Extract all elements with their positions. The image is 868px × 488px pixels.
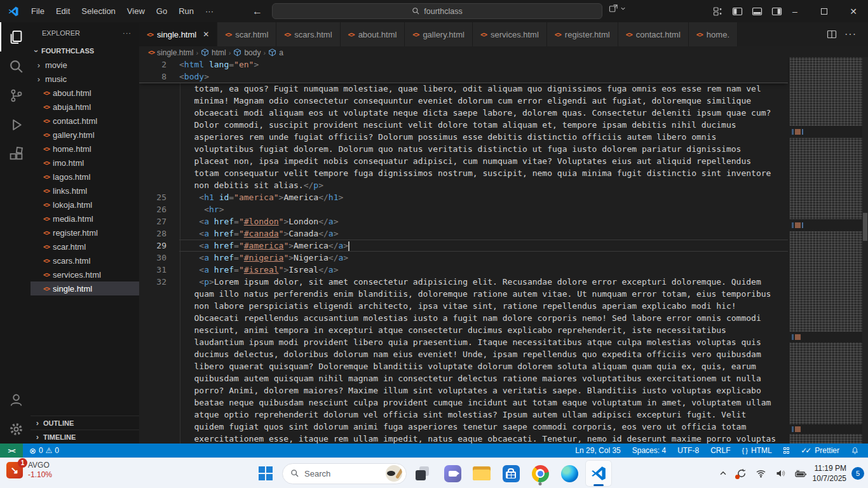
code-line[interactable]: obcaecati modi aliquam eos ut voluptate …: [139, 107, 788, 119]
file-item-services-html[interactable]: <>services.html: [31, 268, 139, 281]
code-line[interactable]: libero quaerat quisquam? Doloremque blan…: [139, 360, 788, 372]
code-area[interactable]: totam, ea quos? Fugit numquam molestiae,…: [139, 83, 788, 444]
file-item-about-html[interactable]: <>about.html: [31, 86, 139, 100]
menu-item-moremoremore[interactable]: ···: [200, 0, 219, 22]
file-item-contact-html[interactable]: <>contact.html: [31, 114, 139, 128]
breadcrumb-item-body[interactable]: body: [233, 48, 261, 57]
file-item-imo-html[interactable]: <>imo.html: [31, 156, 139, 170]
store-button[interactable]: [498, 461, 524, 486]
tab-register-html[interactable]: <>register.html: [547, 22, 618, 46]
sync-update-icon[interactable]: [736, 468, 747, 478]
code-line[interactable]: beatae neque quibusdam nesciunt culpa pr…: [139, 396, 788, 409]
menu-item-selection[interactable]: Selection: [76, 0, 121, 22]
activitybar-run-debug[interactable]: [0, 110, 31, 139]
code-line[interactable]: Obcaecati repellendus accusantium molest…: [139, 312, 788, 324]
toggle-panel-icon[interactable]: [752, 6, 763, 17]
code-line[interactable]: 26 <hr>: [139, 203, 788, 215]
code-line[interactable]: quidem fugiat quos sint dolorum animi fu…: [139, 421, 788, 433]
vscode-button[interactable]: [586, 461, 611, 486]
editor-scrollbar[interactable]: [862, 57, 868, 444]
close-tab-icon[interactable]: ✕: [203, 30, 209, 39]
folder-item-music[interactable]: ›music: [31, 72, 139, 86]
maximize-button[interactable]: [810, 0, 839, 22]
tray-chevron-up-icon[interactable]: [719, 469, 728, 478]
toggle-primary-sidebar-icon[interactable]: [732, 6, 743, 17]
code-line[interactable]: 29 <a href="#america">America</a>: [139, 240, 788, 252]
code-line[interactable]: 2<html lang="en">: [139, 58, 788, 71]
window-dropdown-icon[interactable]: [609, 4, 626, 13]
activitybar-explorer[interactable]: [0, 22, 31, 51]
activitybar-extensions[interactable]: [0, 139, 31, 168]
section-outline[interactable]: ›OUTLINE: [31, 416, 139, 430]
chrome-button[interactable]: [527, 461, 553, 486]
task-view-button[interactable]: [410, 461, 436, 486]
wifi-icon[interactable]: [756, 468, 766, 478]
menu-item-view[interactable]: View: [121, 0, 151, 22]
edge-button[interactable]: [557, 461, 582, 486]
code-line[interactable]: ducimus delectus, doloribus dolorum nam …: [139, 348, 788, 360]
status-language-mode[interactable]: { }HTML: [742, 446, 771, 455]
code-line[interactable]: exercitationem esse, itaque rem ullam im…: [139, 433, 788, 444]
status-notifications[interactable]: [851, 447, 859, 455]
file-explorer-button[interactable]: [469, 461, 494, 486]
code-line[interactable]: 25 <h1 id="america">America</h1>: [139, 191, 788, 203]
code-line[interactable]: laudantium ipsum modi provident libero q…: [139, 336, 788, 348]
code-line[interactable]: quibusdam autem quisquam nihil magnam in…: [139, 372, 788, 384]
remote-indicator[interactable]: ><: [0, 444, 23, 458]
code-line[interactable]: 8<body>: [139, 71, 788, 83]
file-item-links-html[interactable]: <>links.html: [31, 184, 139, 198]
status-indentation[interactable]: Spaces: 4: [632, 446, 666, 455]
code-line[interactable]: 28 <a href="#canada">Canada</a>: [139, 227, 788, 240]
taskbar-search[interactable]: Search: [282, 463, 407, 484]
folder-item-movie[interactable]: ›movie: [31, 58, 139, 72]
minimap[interactable]: [790, 57, 862, 444]
battery-icon[interactable]: [795, 468, 807, 478]
split-editor-icon[interactable]: [827, 29, 837, 39]
code-line[interactable]: porro? Animi, dolorem maiores? Maxime il…: [139, 384, 788, 396]
nav-back-icon[interactable]: ←: [252, 6, 262, 17]
file-item-scar-html[interactable]: <>scar.html: [31, 240, 139, 254]
activitybar-accounts[interactable]: [0, 385, 31, 414]
close-button[interactable]: ✕: [839, 0, 868, 22]
breadcrumb-item-single-html[interactable]: <>single.html: [148, 48, 193, 57]
chat-button[interactable]: [440, 461, 465, 486]
tab-home-[interactable]: <>home.: [689, 22, 738, 46]
menu-item-edit[interactable]: Edit: [50, 0, 76, 22]
file-item-scars-html[interactable]: <>scars.html: [31, 254, 139, 268]
menu-item-file[interactable]: File: [25, 0, 50, 22]
file-item-single-html[interactable]: <>single.html: [31, 281, 139, 295]
status-ports[interactable]: [783, 447, 790, 454]
customize-layout-icon[interactable]: [713, 6, 723, 17]
code-line[interactable]: totam consequatur velit tempore fuga dig…: [139, 167, 788, 179]
tab-services-html[interactable]: <>services.html: [473, 22, 547, 46]
tab-gallery-html[interactable]: <>gallery.html: [405, 22, 473, 46]
section-timeline[interactable]: ›TIMELINE: [31, 430, 139, 444]
code-line[interactable]: non labore perspiciatis eligendi archite…: [139, 300, 788, 312]
volume-icon[interactable]: [775, 468, 786, 478]
code-line[interactable]: 30 <a href="#nigeria">Nigeria</a>: [139, 252, 788, 264]
tab-contact-html[interactable]: <>contact.html: [618, 22, 689, 46]
status-formatter[interactable]: ✓✓Prettier: [801, 446, 839, 455]
command-center-search[interactable]: fourthclass: [272, 3, 602, 19]
status-cursor-position[interactable]: Ln 29, Col 35: [575, 446, 620, 455]
file-item-abuja-html[interactable]: <>abuja.html: [31, 100, 139, 114]
status-eol-sequence[interactable]: CRLF: [710, 446, 730, 455]
code-line[interactable]: quam illo natus perferendis enim blandit…: [139, 288, 788, 300]
notification-count-badge[interactable]: 5: [851, 467, 864, 480]
tab-single-html[interactable]: <>single.html✕: [139, 22, 217, 46]
activitybar-settings[interactable]: [0, 414, 31, 444]
file-item-home-html[interactable]: <>home.html: [31, 142, 139, 156]
tab-about-html[interactable]: <>about.html: [341, 22, 405, 46]
editor-more-actions-icon[interactable]: ···: [844, 29, 857, 40]
code-line[interactable]: asperiores rem unde fugiat officiis? Dol…: [139, 131, 788, 143]
code-line[interactable]: Dolor commodi, suscipit provident nesciu…: [139, 119, 788, 131]
code-line[interactable]: 32 <p>Lorem ipsum dolor, sit amet consec…: [139, 276, 788, 288]
code-line[interactable]: voluptatibus fugiat dolorem. Dolorum quo…: [139, 143, 788, 155]
code-line[interactable]: placeat non, ipsa impedit nobis consequa…: [139, 155, 788, 167]
start-button[interactable]: [253, 461, 278, 486]
tab-scar-html[interactable]: <>scar.html: [217, 22, 276, 46]
workspace-root-folder[interactable]: › FOURTHCLASS: [31, 44, 139, 58]
code-line[interactable]: atque optio reprehenderit dolorum vel of…: [139, 409, 788, 421]
menu-item-go[interactable]: Go: [151, 0, 173, 22]
tab-scars-html[interactable]: <>scars.html: [276, 22, 340, 46]
